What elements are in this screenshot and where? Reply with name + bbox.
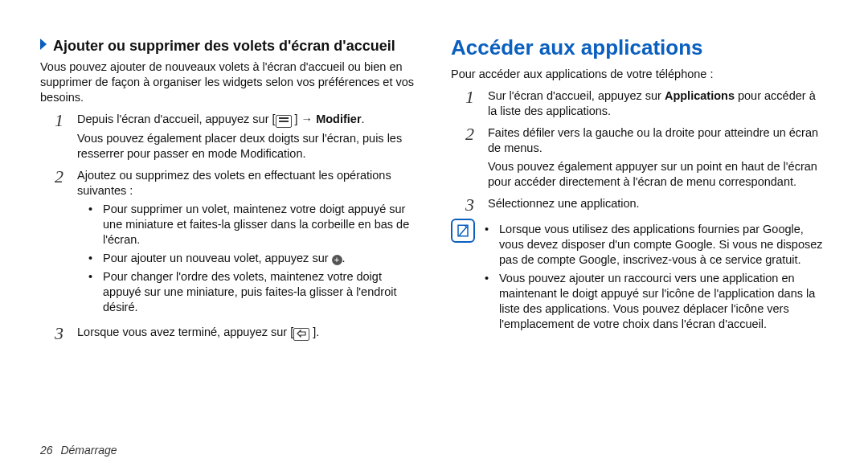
page-number: 26 [40, 444, 53, 457]
step-body: Lorsque vous avez terminé, appuyez sur [… [77, 325, 417, 342]
note-bullet: •Vous pouvez ajouter un raccourci vers u… [485, 271, 828, 332]
step-number: 2 [465, 125, 480, 190]
r-step-1: 1 Sur l'écran d'accueil, appuyez sur App… [465, 88, 828, 119]
bullet2-post: . [342, 252, 346, 264]
page-footer: 26 Démarrage [40, 444, 117, 457]
bullet3: Pour changer l'ordre des volets, mainten… [103, 269, 417, 315]
step-number: 1 [55, 112, 69, 162]
step-number: 2 [55, 168, 69, 318]
step1-post: . [362, 113, 365, 125]
plus-icon: + [332, 255, 342, 265]
right-intro: Pour accéder aux applications de votre t… [451, 67, 828, 82]
note-bullets: •Lorsque vous utilisez des applications … [485, 219, 828, 335]
note1: Lorsque vous utilisez des applications f… [499, 222, 828, 268]
manual-page: Ajouter ou supprimer des volets d'écran … [0, 0, 868, 471]
step-number: 1 [465, 88, 480, 119]
step3-post: ]. [309, 326, 319, 338]
section-name: Démarrage [60, 444, 117, 457]
step-3: 3 Lorsque vous avez terminé, appuyez sur… [55, 325, 417, 342]
bullet1: Pour supprimer un volet, maintenez votre… [103, 202, 417, 248]
r-step-2: 2 Faites défiler vers la gauche ou la dr… [465, 125, 828, 190]
step2-text: Ajoutez ou supprimez des volets en effec… [77, 169, 391, 197]
step1-bold: Modifier [316, 113, 361, 125]
r2-extra: Vous pouvez également appuyer sur un poi… [488, 159, 828, 190]
svg-rect-1 [279, 117, 289, 119]
step-2: 2 Ajoutez ou supprimez des volets en eff… [55, 168, 417, 318]
note-bullet: •Lorsque vous utilisez des applications … [485, 222, 828, 268]
step-number: 3 [465, 196, 480, 214]
bullet-dot: • [485, 271, 493, 332]
left-subheading: Ajouter ou supprimer des volets d'écran … [40, 35, 417, 55]
step-number: 3 [55, 325, 69, 342]
r-step-3: 3 Sélectionnez une application. [465, 196, 828, 214]
back-icon [293, 328, 309, 341]
bullet2: Pour ajouter un nouveau volet, appuyez s… [103, 251, 346, 266]
bullet-dot: • [485, 222, 493, 268]
step-body: Sélectionnez une application. [488, 196, 828, 214]
bullet2-pre: Pour ajouter un nouveau volet, appuyez s… [103, 252, 332, 264]
step1-extra: Vous pouvez également placer deux doigts… [77, 131, 417, 162]
r1-bold: Applications [665, 89, 735, 102]
bullet-dot: • [88, 269, 96, 315]
note-block: •Lorsque vous utilisez des applications … [451, 219, 828, 335]
svg-marker-0 [40, 39, 47, 50]
note-icon [451, 219, 475, 243]
r2-text: Faites défiler vers la gauche ou la droi… [488, 126, 818, 154]
step1-pre: Depuis l'écran d'accueil, appuyez sur [ [77, 113, 276, 125]
bullet-dot: • [88, 202, 96, 248]
r1-pre: Sur l'écran d'accueil, appuyez sur [488, 89, 665, 102]
step-body: Ajoutez ou supprimez des volets en effec… [77, 168, 417, 318]
bullet-item: •Pour supprimer un volet, maintenez votr… [88, 202, 417, 248]
step-body: Depuis l'écran d'accueil, appuyez sur [ … [77, 112, 417, 162]
note2: Vous pouvez ajouter un raccourci vers un… [499, 271, 828, 332]
menu-icon [276, 115, 292, 128]
step-body: Faites défiler vers la gauche ou la droi… [488, 125, 828, 190]
bullet-item: •Pour ajouter un nouveau volet, appuyez … [88, 251, 417, 266]
step-1: 1 Depuis l'écran d'accueil, appuyez sur … [55, 112, 417, 162]
bullet-item: •Pour changer l'ordre des volets, mainte… [88, 269, 417, 315]
left-column: Ajouter ou supprimer des volets d'écran … [40, 35, 417, 471]
left-intro: Vous pouvez ajouter de nouveaux volets à… [40, 59, 417, 105]
step1-arrow: ] → [292, 113, 317, 125]
right-heading: Accéder aux applications [451, 35, 828, 60]
step3-pre: Lorsque vous avez terminé, appuyez sur [ [77, 326, 293, 338]
bullet-dot: • [88, 251, 96, 266]
right-column: Accéder aux applications Pour accéder au… [451, 35, 828, 471]
left-heading-text: Ajouter ou supprimer des volets d'écran … [53, 38, 395, 54]
step-body: Sur l'écran d'accueil, appuyez sur Appli… [488, 88, 828, 119]
chevron-icon [40, 35, 48, 53]
svg-rect-2 [279, 121, 289, 122]
